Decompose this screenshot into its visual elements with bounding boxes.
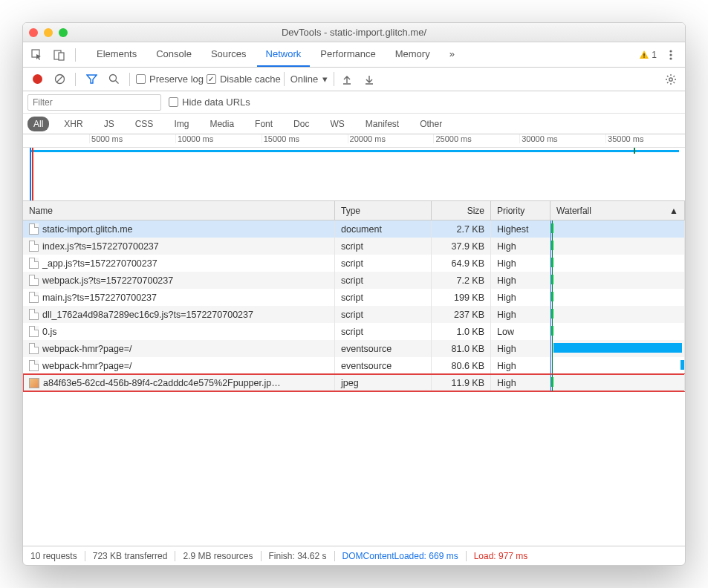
record-button[interactable] <box>27 70 47 89</box>
timeline-ruler[interactable]: 5000 ms 10000 ms 15000 ms 20000 ms 25000… <box>23 134 685 148</box>
tab-memory[interactable]: Memory <box>386 42 439 67</box>
preserve-log-checkbox[interactable]: Preserve log <box>136 74 204 85</box>
table-row[interactable]: 0.jsscript1.0 KBLow <box>23 323 685 340</box>
column-size[interactable]: Size <box>432 201 491 220</box>
table-row[interactable]: a84f63e5-62cd-456b-89f4-c2adddc4e575%2Fp… <box>23 374 685 391</box>
status-transferred: 723 KB transferred <box>85 551 176 561</box>
svg-line-9 <box>56 76 63 82</box>
request-size: 237 KB <box>432 306 491 323</box>
filter-img[interactable]: Img <box>168 117 195 131</box>
filter-input[interactable] <box>27 94 161 111</box>
file-icon <box>29 309 39 320</box>
inspect-element-icon[interactable] <box>27 45 47 65</box>
request-waterfall <box>551 374 685 391</box>
column-waterfall[interactable]: Waterfall ▲ <box>551 201 685 220</box>
request-type: jpeg <box>335 374 432 391</box>
table-header: Name Type Size Priority Waterfall ▲ <box>23 201 685 220</box>
filter-all[interactable]: All <box>27 117 49 131</box>
settings-icon[interactable] <box>661 70 681 89</box>
tab-network[interactable]: Network <box>257 42 311 67</box>
request-waterfall <box>551 272 685 289</box>
filter-js[interactable]: JS <box>98 117 120 131</box>
request-waterfall <box>551 323 685 340</box>
more-menu-icon[interactable] <box>661 45 681 65</box>
upload-har-icon[interactable] <box>337 70 357 89</box>
file-icon <box>29 326 39 337</box>
request-type: eventsource <box>335 357 432 374</box>
filter-font[interactable]: Font <box>249 117 279 131</box>
request-priority: High <box>491 306 551 323</box>
main-tabbar: Elements Console Sources Network Perform… <box>23 42 685 68</box>
svg-line-11 <box>115 81 118 84</box>
request-size: 199 KB <box>432 289 491 306</box>
file-icon <box>29 292 39 303</box>
throttle-select[interactable]: Online ▾ <box>284 72 335 86</box>
filter-ws[interactable]: WS <box>324 117 350 131</box>
clear-button[interactable] <box>50 70 69 89</box>
file-icon <box>29 343 39 354</box>
svg-point-10 <box>109 75 116 82</box>
search-icon[interactable] <box>104 70 123 89</box>
file-icon <box>29 258 39 269</box>
disable-cache-checkbox[interactable]: Disable cache <box>207 74 281 85</box>
request-size: 7.2 KB <box>432 272 491 289</box>
table-row[interactable]: index.js?ts=1572270700237script37.9 KBHi… <box>23 238 685 255</box>
request-name: 0.js <box>42 327 56 337</box>
request-priority: High <box>491 357 551 374</box>
request-table[interactable]: static-import.glitch.medocument2.7 KBHig… <box>23 220 685 546</box>
minimize-window[interactable] <box>44 28 53 37</box>
status-bar: 10 requests 723 KB transferred 2.9 MB re… <box>23 546 685 565</box>
status-dcl: DOMContentLoaded: 669 ms <box>335 551 467 561</box>
request-waterfall <box>551 306 685 323</box>
table-row[interactable]: static-import.glitch.medocument2.7 KBHig… <box>23 220 685 238</box>
type-filter-bar: All XHR JS CSS Img Media Font Doc WS Man… <box>23 114 685 134</box>
svg-rect-4 <box>644 56 645 57</box>
tab-sources[interactable]: Sources <box>202 42 256 67</box>
request-size: 64.9 KB <box>432 255 491 272</box>
request-name: static-import.glitch.me <box>42 224 133 235</box>
request-waterfall <box>551 220 685 238</box>
request-waterfall <box>551 357 685 374</box>
filter-doc[interactable]: Doc <box>288 117 315 131</box>
request-priority: High <box>491 340 551 357</box>
checkbox-icon <box>136 74 146 84</box>
request-priority: Low <box>491 323 551 340</box>
column-priority[interactable]: Priority <box>491 201 551 220</box>
table-row[interactable]: _app.js?ts=1572270700237script64.9 KBHig… <box>23 255 685 272</box>
window-title: DevTools - static-import.glitch.me/ <box>23 27 685 38</box>
filter-xhr[interactable]: XHR <box>58 117 88 131</box>
warning-badge[interactable]: 1 <box>639 50 657 60</box>
filter-css[interactable]: CSS <box>129 117 160 131</box>
download-har-icon[interactable] <box>360 70 379 89</box>
column-type[interactable]: Type <box>335 201 432 220</box>
request-priority: High <box>491 238 551 255</box>
tab-elements[interactable]: Elements <box>88 42 146 67</box>
tab-performance[interactable]: Performance <box>311 42 384 67</box>
filter-manifest[interactable]: Manifest <box>360 117 405 131</box>
request-priority: High <box>491 255 551 272</box>
request-type: script <box>335 289 432 306</box>
status-requests: 10 requests <box>30 551 85 561</box>
timeline-overview[interactable] <box>23 148 685 201</box>
tab-overflow[interactable]: » <box>441 42 464 67</box>
close-window[interactable] <box>29 28 38 37</box>
table-row[interactable]: webpack-hmr?page=/eventsource81.0 KBHigh <box>23 340 685 357</box>
titlebar: DevTools - static-import.glitch.me/ <box>23 23 685 42</box>
tab-console[interactable]: Console <box>147 42 201 67</box>
divider <box>75 48 76 62</box>
file-icon <box>29 275 39 286</box>
hide-data-urls-checkbox[interactable]: Hide data URLs <box>169 97 250 108</box>
svg-rect-2 <box>59 53 64 60</box>
maximize-window[interactable] <box>59 28 68 37</box>
traffic-lights <box>29 28 68 37</box>
filter-other[interactable]: Other <box>414 117 448 131</box>
device-toolbar-icon[interactable] <box>50 45 69 65</box>
filter-media[interactable]: Media <box>204 117 240 131</box>
request-type: document <box>335 220 432 238</box>
table-row[interactable]: webpack-hmr?page=/eventsource80.6 KBHigh <box>23 357 685 374</box>
column-name[interactable]: Name <box>23 201 335 220</box>
table-row[interactable]: webpack.js?ts=1572270700237script7.2 KBH… <box>23 272 685 289</box>
table-row[interactable]: main.js?ts=1572270700237script199 KBHigh <box>23 289 685 306</box>
table-row[interactable]: dll_1762a4d98a7289ec16c9.js?ts=157227070… <box>23 306 685 323</box>
filter-toggle-icon[interactable] <box>82 70 101 89</box>
